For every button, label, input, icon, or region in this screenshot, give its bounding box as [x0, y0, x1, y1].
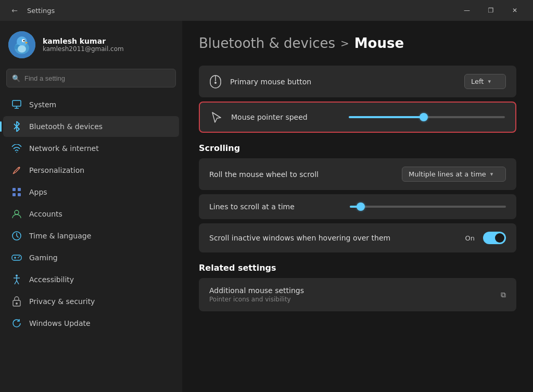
- sidebar-item-time[interactable]: Time & language: [3, 225, 179, 246]
- sidebar-item-personalization[interactable]: Personalization: [3, 160, 179, 181]
- roll-wheel-card: Roll the mouse wheel to scroll Multiple …: [199, 158, 516, 190]
- monitor-icon: [11, 99, 22, 110]
- sidebar-item-apps[interactable]: Apps: [3, 182, 179, 203]
- back-button[interactable]: ←: [6, 2, 23, 19]
- svg-point-16: [15, 210, 19, 214]
- sidebar-item-network[interactable]: Network & internet: [3, 138, 179, 159]
- roll-wheel-label: Roll the mouse wheel to scroll: [209, 170, 394, 179]
- search-input[interactable]: [24, 74, 170, 82]
- brush-icon: [11, 165, 22, 175]
- dropdown-arrow-icon-2: ▾: [490, 171, 493, 178]
- pointer-speed-fill: [349, 116, 424, 118]
- svg-rect-15: [18, 193, 21, 196]
- accessibility-icon: [11, 274, 22, 285]
- svg-rect-14: [12, 193, 16, 196]
- update-icon: [11, 318, 22, 328]
- scroll-inactive-card: Scroll inactive windows when hovering ov…: [199, 223, 516, 252]
- user-email: kamlesh2011@gmail.com: [43, 45, 124, 53]
- additional-mouse-settings-card[interactable]: Additional mouse settings Pointer icons …: [199, 278, 516, 311]
- minimize-button[interactable]: —: [455, 2, 479, 19]
- close-button[interactable]: ✕: [503, 2, 527, 19]
- apps-icon: [11, 187, 22, 197]
- sidebar-label-network: Network & internet: [29, 144, 99, 153]
- sidebar-item-accessibility[interactable]: Accessibility: [3, 269, 179, 290]
- breadcrumb-sep: >: [340, 37, 349, 49]
- svg-point-29: [16, 302, 18, 305]
- pointer-speed-slider[interactable]: [349, 116, 505, 118]
- user-profile[interactable]: kamlesh kumar kamlesh2011@gmail.com: [0, 21, 182, 67]
- additional-mouse-text: Additional mouse settings Pointer icons …: [209, 286, 501, 303]
- sidebar-label-update: Windows Update: [29, 319, 91, 327]
- sidebar: kamlesh kumar kamlesh2011@gmail.com 🔍 Sy…: [0, 21, 182, 392]
- search-box[interactable]: 🔍: [6, 69, 176, 87]
- gaming-icon: [11, 252, 22, 263]
- sidebar-label-personalization: Personalization: [29, 166, 84, 174]
- pointer-speed-control: [349, 116, 505, 118]
- time-icon: [11, 231, 22, 241]
- breadcrumb: Bluetooth & devices > Mouse: [199, 35, 516, 51]
- svg-line-26: [15, 281, 17, 284]
- svg-rect-12: [12, 188, 16, 191]
- window-controls: — ❐ ✕: [455, 2, 527, 19]
- primary-mouse-button-card: Primary mouse button Left ▾: [199, 66, 516, 97]
- svg-point-7: [18, 45, 26, 53]
- pointer-speed-thumb[interactable]: [420, 113, 428, 121]
- sidebar-label-accounts: Accounts: [29, 210, 62, 218]
- svg-rect-18: [12, 255, 21, 260]
- additional-mouse-sub: Pointer icons and visibility: [209, 296, 501, 303]
- maximize-button[interactable]: ❐: [479, 2, 503, 19]
- lines-scroll-slider[interactable]: [350, 206, 506, 208]
- svg-point-22: [19, 256, 20, 257]
- sidebar-item-gaming[interactable]: Gaming: [3, 247, 179, 268]
- svg-line-27: [17, 281, 19, 284]
- sidebar-item-privacy[interactable]: Privacy & security: [3, 291, 179, 312]
- lines-scroll-label: Lines to scroll at a time: [209, 203, 341, 211]
- sidebar-label-privacy: Privacy & security: [29, 297, 95, 306]
- lines-scroll-thumb[interactable]: [357, 203, 365, 211]
- wifi-icon: [11, 143, 22, 154]
- user-info: kamlesh kumar kamlesh2011@gmail.com: [43, 37, 124, 53]
- sidebar-label-system: System: [29, 100, 56, 109]
- svg-point-23: [16, 275, 18, 277]
- primary-mouse-label: Primary mouse button: [230, 78, 456, 86]
- mouse-pointer-speed-card: Mouse pointer speed: [199, 102, 516, 133]
- breadcrumb-current: Mouse: [354, 35, 404, 51]
- primary-mouse-dropdown[interactable]: Left ▾: [464, 74, 506, 89]
- scroll-inactive-value: On: [465, 234, 475, 242]
- bluetooth-icon: [11, 121, 22, 132]
- sidebar-item-accounts[interactable]: Accounts: [3, 204, 179, 224]
- accounts-icon: [11, 209, 22, 219]
- user-name: kamlesh kumar: [43, 37, 124, 45]
- privacy-icon: [11, 296, 22, 307]
- roll-wheel-value: Multiple lines at a time: [409, 170, 486, 178]
- lines-scroll-track: [350, 206, 506, 208]
- pointer-icon: [210, 111, 223, 123]
- breadcrumb-parent: Bluetooth & devices: [199, 35, 335, 51]
- svg-point-4: [23, 40, 25, 42]
- sidebar-item-bluetooth[interactable]: Bluetooth & devices: [3, 116, 179, 137]
- scroll-inactive-toggle[interactable]: [483, 232, 506, 244]
- scroll-inactive-label: Scroll inactive windows when hovering ov…: [209, 234, 457, 242]
- scrolling-section-title: Scrolling: [199, 143, 516, 153]
- toggle-thumb: [495, 233, 504, 243]
- sidebar-label-gaming: Gaming: [29, 254, 58, 262]
- sidebar-label-accessibility: Accessibility: [29, 275, 74, 284]
- svg-point-32: [214, 82, 217, 84]
- svg-rect-13: [18, 188, 21, 191]
- roll-wheel-control: Multiple lines at a time ▾: [402, 167, 506, 182]
- primary-mouse-control: Left ▾: [464, 74, 506, 89]
- svg-rect-8: [12, 100, 21, 106]
- svg-point-21: [18, 257, 19, 258]
- external-link-icon: ⧉: [501, 290, 506, 299]
- sidebar-label-apps: Apps: [29, 188, 47, 196]
- sidebar-label-time: Time & language: [29, 232, 91, 240]
- related-settings-title: Related settings: [199, 263, 516, 273]
- sidebar-item-system[interactable]: System: [3, 94, 179, 115]
- pointer-speed-track: [349, 116, 505, 118]
- search-icon: 🔍: [12, 74, 20, 82]
- sidebar-item-update[interactable]: Windows Update: [3, 313, 179, 334]
- roll-wheel-dropdown[interactable]: Multiple lines at a time ▾: [402, 167, 506, 182]
- scroll-inactive-control: On: [465, 232, 506, 244]
- content-area: Bluetooth & devices > Mouse Primary mous…: [182, 21, 533, 392]
- mouse-icon: [209, 75, 222, 88]
